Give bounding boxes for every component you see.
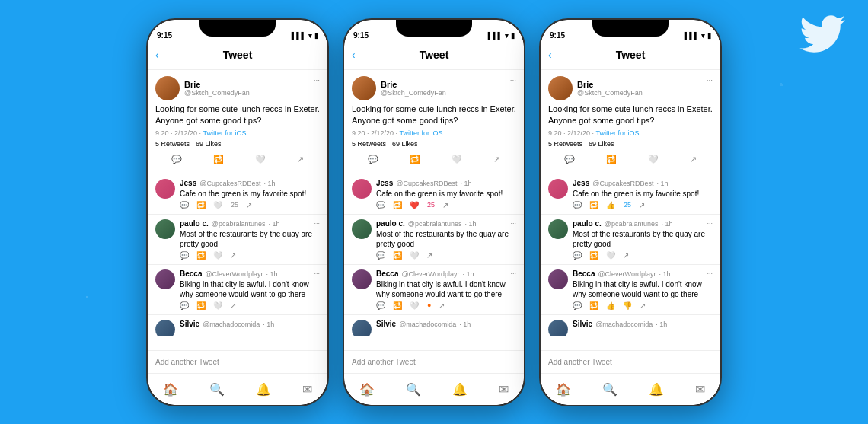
jess-like[interactable]: 🤍 — [213, 201, 222, 209]
paulo-share[interactable]: ↗ — [230, 251, 236, 260]
becca-reply-3[interactable]: 💬 — [573, 301, 582, 310]
search-nav[interactable]: 🔍 — [209, 382, 225, 397]
jess-share-3[interactable]: ↗ — [639, 201, 645, 209]
jess-handle-3: @CupcakesRDBest — [592, 180, 653, 187]
becca-reply-2[interactable]: 💬 — [376, 301, 385, 310]
add-tweet-bar-3[interactable]: Add another Tweet — [541, 350, 720, 373]
jess-reply-2[interactable]: 💬 — [376, 201, 385, 209]
paulo-share-2[interactable]: ↗ — [426, 251, 432, 260]
paulo-like[interactable]: 🤍 — [213, 251, 222, 260]
paulo-reply[interactable]: 💬 — [180, 251, 189, 260]
phone-1: 9:15 ▌▌▌ ▾ ▮ ‹ Tweet Br — [146, 18, 329, 406]
reply-icon-3[interactable]: 💬 — [564, 155, 575, 164]
bell-nav[interactable]: 🔔 — [256, 382, 271, 397]
user-info: Brie @Sktch_ComedyFan — [184, 80, 309, 97]
search-nav-2[interactable]: 🔍 — [406, 382, 421, 397]
signal-icon: ▌▌▌ — [685, 32, 699, 40]
mail-nav-2[interactable]: ✉ — [499, 382, 509, 397]
home-nav[interactable]: 🏠 — [163, 382, 178, 397]
paulo-more-3[interactable]: ··· — [707, 219, 713, 227]
becca-share-3[interactable]: ↗ — [640, 301, 646, 310]
becca-like[interactable]: 🤍 — [213, 301, 222, 310]
share-icon-3[interactable]: ↗ — [690, 155, 697, 164]
reply-icon[interactable]: 💬 — [171, 155, 182, 164]
paulo-like-2[interactable]: 🤍 — [410, 251, 419, 260]
paulo-reply-2[interactable]: 💬 — [376, 251, 385, 260]
reply-becca-3: Becca @CleverWordplayr · 1h ··· Biking i… — [541, 265, 720, 315]
becca-more-3[interactable]: ··· — [707, 269, 713, 277]
jess-share-2[interactable]: ↗ — [442, 201, 448, 209]
like-icon[interactable]: 🤍 — [255, 155, 266, 164]
becca-retweet-2[interactable]: 🔁 — [393, 301, 402, 310]
back-button[interactable]: ‹ — [352, 49, 356, 61]
jess-thumbsup[interactable]: 👍 — [606, 201, 615, 209]
mail-nav-3[interactable]: ✉ — [695, 382, 705, 397]
bell-nav-3[interactable]: 🔔 — [649, 382, 664, 397]
user-handle-3: @Sktch_ComedyFan — [577, 89, 702, 97]
jess-retweet[interactable]: 🔁 — [196, 201, 206, 209]
paulo-reply-3[interactable]: 💬 — [573, 251, 582, 260]
paulo-text: Most of the restaurants by the quay are … — [180, 229, 320, 249]
tweet-stats: 5 Retweets 69 Likes — [155, 140, 320, 148]
paulo-retweet[interactable]: 🔁 — [196, 251, 206, 260]
tweet-source-3[interactable]: Twitter for iOS — [595, 129, 639, 137]
becca-name: Becca — [180, 269, 202, 278]
jess-more[interactable]: ··· — [314, 179, 320, 186]
like-icon-2[interactable]: 🤍 — [452, 155, 462, 164]
becca-like-2[interactable]: 🤍 — [410, 301, 419, 310]
back-button-3[interactable]: ‹ — [548, 49, 552, 61]
mail-nav[interactable]: ✉ — [302, 382, 312, 397]
jess-share[interactable]: ↗ — [246, 201, 252, 209]
add-tweet-bar-2[interactable]: Add another Tweet — [344, 350, 524, 373]
more-options-3[interactable]: ··· — [707, 76, 713, 84]
like-icon-3[interactable]: 🤍 — [648, 155, 659, 164]
paulo-retweet-2[interactable]: 🔁 — [393, 251, 402, 260]
silvie-avatar-2 — [352, 320, 372, 336]
jess-more-3[interactable]: ··· — [707, 179, 713, 186]
becca-thumbsup-3[interactable]: 👍 — [606, 301, 615, 310]
home-nav-3[interactable]: 🏠 — [556, 382, 571, 397]
jess-more-2[interactable]: ··· — [510, 179, 516, 186]
silvie-name: Silvie — [180, 320, 199, 328]
paulo-more-2[interactable]: ··· — [510, 219, 516, 227]
becca-retweet-3[interactable]: 🔁 — [589, 301, 598, 310]
tweet-source-2[interactable]: Twitter for iOS — [399, 129, 442, 137]
back-button[interactable]: ‹ — [155, 49, 159, 61]
phone-3-header: ‹ Tweet — [541, 41, 720, 70]
add-tweet-bar[interactable]: Add another Tweet — [148, 350, 327, 373]
tweet-source[interactable]: Twitter for iOS — [203, 129, 246, 137]
search-nav-3[interactable]: 🔍 — [602, 382, 617, 397]
jess-actions-3: 💬 🔁 👍 25 ↗ — [573, 201, 713, 209]
more-options-2[interactable]: ··· — [510, 76, 516, 84]
becca-more-2[interactable]: ··· — [510, 269, 516, 277]
paulo-share-3[interactable]: ↗ — [623, 251, 629, 260]
retweet-icon[interactable]: 🔁 — [213, 155, 224, 164]
jess-retweet-3[interactable]: 🔁 — [589, 201, 598, 209]
phones-container: 9:15 ▌▌▌ ▾ ▮ ‹ Tweet Br — [146, 18, 722, 406]
retweet-icon-2[interactable]: 🔁 — [410, 155, 420, 164]
share-icon-2[interactable]: ↗ — [493, 155, 500, 164]
home-nav-2[interactable]: 🏠 — [359, 382, 375, 397]
share-icon[interactable]: ↗ — [297, 155, 304, 164]
becca-share[interactable]: ↗ — [230, 301, 236, 310]
reply-icon-2[interactable]: 💬 — [368, 155, 378, 164]
jess-like-2[interactable]: ❤️ — [410, 201, 419, 209]
becca-more[interactable]: ··· — [314, 269, 320, 277]
jess-reply-3[interactable]: 💬 — [573, 201, 582, 209]
bell-nav-2[interactable]: 🔔 — [452, 382, 468, 397]
paulo-retweet-3[interactable]: 🔁 — [589, 251, 598, 260]
jess-reply[interactable]: 💬 — [180, 201, 189, 209]
paulo-like-3[interactable]: 🤍 — [606, 251, 615, 260]
becca-retweet[interactable]: 🔁 — [196, 301, 206, 310]
becca-actions-3: 💬 🔁 👍 👎 ↗ — [573, 301, 713, 310]
more-options[interactable]: ··· — [314, 76, 320, 84]
phone-1-bottom-nav: 🏠 🔍 🔔 ✉ — [148, 373, 327, 405]
phone-3-body: Brie @Sktch_ComedyFan ··· Looking for so… — [541, 70, 720, 350]
retweet-icon-3[interactable]: 🔁 — [606, 155, 617, 164]
becca-thumbsdown-3[interactable]: 👎 — [623, 301, 632, 310]
becca-share-2[interactable]: ↗ — [439, 301, 445, 310]
jess-retweet-2[interactable]: 🔁 — [393, 201, 402, 209]
paulo-more[interactable]: ··· — [314, 219, 320, 227]
becca-reply[interactable]: 💬 — [180, 301, 189, 310]
jess-time-2: · 1h — [460, 180, 471, 187]
